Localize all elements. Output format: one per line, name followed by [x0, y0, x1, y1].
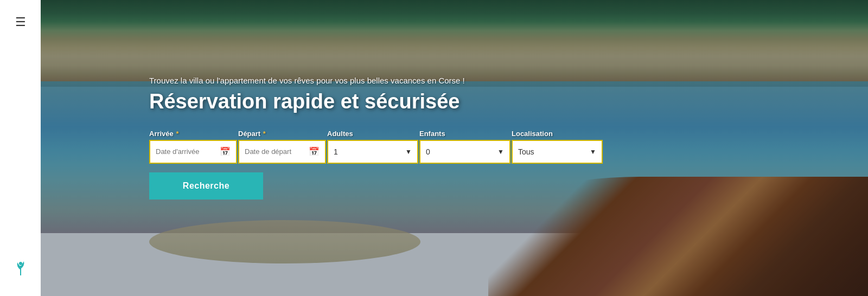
adults-select-wrap[interactable]: 1 2 3 4 5 ▼ — [327, 140, 418, 164]
children-select[interactable]: 0 1 2 3 4 — [426, 147, 504, 156]
location-label: Localisation — [512, 130, 603, 138]
arrival-label: Arrivée * — [149, 130, 237, 138]
form-row-fields: Arrivée * 📅 Départ * 📅 — [149, 130, 594, 164]
children-label: Enfants — [419, 130, 510, 138]
departure-label: Départ * — [238, 130, 326, 138]
hero-headline: Réservation rapide et sécurisée — [149, 91, 594, 113]
children-group: Enfants 0 1 2 3 4 ▼ — [419, 130, 510, 164]
adults-label: Adultes — [327, 130, 418, 138]
location-group: Localisation Tous Ajaccio Bastia Bonifac… — [512, 130, 603, 164]
svg-point-1 — [19, 262, 22, 265]
location-select[interactable]: Tous Ajaccio Bastia Bonifacio Porto-Vecc… — [518, 147, 596, 156]
departure-input[interactable] — [245, 147, 305, 156]
departure-calendar-icon: 📅 — [309, 146, 320, 157]
hero-content: Trouvez la villa ou l'appartement de vos… — [149, 76, 594, 200]
arrival-input-wrap[interactable]: 📅 — [149, 140, 237, 164]
children-select-wrap[interactable]: 0 1 2 3 4 ▼ — [419, 140, 510, 164]
arrival-input[interactable] — [156, 147, 216, 156]
search-form: Arrivée * 📅 Départ * 📅 — [149, 130, 594, 200]
menu-icon[interactable]: ☰ — [15, 16, 26, 28]
sidebar: ☰ — [0, 0, 41, 296]
arrival-calendar-icon: 📅 — [220, 146, 231, 157]
departure-input-wrap[interactable]: 📅 — [238, 140, 326, 164]
hero-tagline: Trouvez la villa ou l'appartement de vos… — [149, 76, 594, 85]
form-row-button: Recherche — [149, 172, 594, 200]
location-select-wrap[interactable]: Tous Ajaccio Bastia Bonifacio Porto-Vecc… — [512, 140, 603, 164]
adults-select[interactable]: 1 2 3 4 5 — [334, 147, 412, 156]
search-button[interactable]: Recherche — [149, 172, 263, 200]
hero-section: Trouvez la villa ou l'appartement de vos… — [41, 0, 868, 296]
departure-group: Départ * 📅 — [238, 130, 326, 164]
sidebar-logo — [11, 258, 30, 280]
adults-group: Adultes 1 2 3 4 5 ▼ — [327, 130, 418, 164]
arrival-group: Arrivée * 📅 — [149, 130, 237, 164]
